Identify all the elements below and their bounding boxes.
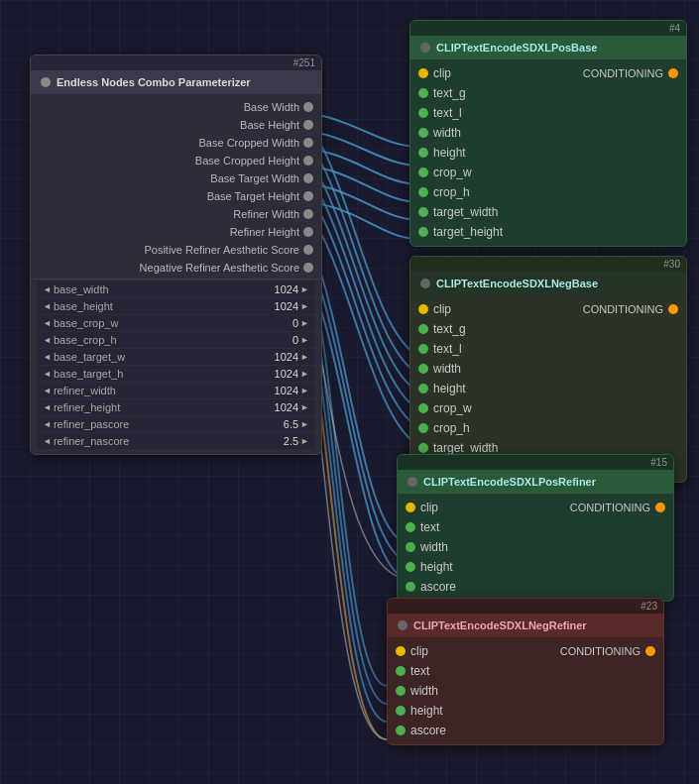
- input-refiner-width[interactable]: ◄ refiner_width 1024 ►: [37, 383, 315, 398]
- dot-text-g-4: [418, 88, 428, 98]
- dot-target-height-4: [418, 227, 428, 237]
- dot-conditioning-out-4: [668, 68, 678, 78]
- input-refiner-nascore[interactable]: ◄ refiner_nascore 2.5 ►: [37, 433, 315, 449]
- node-title-4: CLIPTextEncodeSDXLPosBase: [436, 42, 597, 54]
- arrow-right-base-target-w[interactable]: ►: [298, 352, 311, 362]
- arrow-left-base-crop-h[interactable]: ◄: [41, 335, 54, 345]
- port-ascore-23: ascore: [388, 721, 663, 740]
- clip-pos-base-node: #4 CLIPTextEncodeSDXLPosBase clip CONDIT…: [409, 20, 687, 247]
- arrow-left-base-width[interactable]: ◄: [41, 284, 54, 294]
- port-crop-h-4: crop_h: [410, 182, 686, 202]
- arrow-right-refiner-nascore[interactable]: ►: [298, 436, 311, 446]
- node-header-23: CLIPTextEncodeSDXLNegRefiner: [388, 614, 663, 637]
- dot-width-15: [406, 542, 415, 552]
- port-text-23: text: [388, 661, 663, 681]
- port-crop-w-30: crop_w: [410, 398, 686, 418]
- input-refiner-height[interactable]: ◄ refiner_height 1024 ►: [37, 399, 315, 415]
- dot-base-crop-h: [303, 156, 313, 166]
- arrow-right-refiner-width[interactable]: ►: [298, 386, 311, 395]
- dot-ascore-23: [396, 726, 406, 735]
- dot-text-l-30: [418, 344, 428, 354]
- dot-text-l-4: [418, 108, 428, 118]
- node-body-251: Base Width Base Height Base Cropped Widt…: [31, 94, 321, 454]
- node-id-30: #30: [410, 257, 686, 272]
- node-id-4: #4: [410, 21, 686, 36]
- node-header-251: Endless Nodes Combo Parameterizer: [31, 70, 321, 94]
- dot-height-23: [396, 706, 406, 716]
- arrow-left-base-crop-w[interactable]: ◄: [41, 318, 54, 328]
- port-target-width-4: target_width: [410, 202, 686, 222]
- dot-crop-w-30: [418, 403, 428, 413]
- dot-crop-h-4: [418, 187, 428, 197]
- port-clip-30: clip CONDITIONING: [410, 299, 686, 319]
- dot-width-23: [396, 686, 406, 696]
- input-refiner-pascore[interactable]: ◄ refiner_pascore 6.5 ►: [37, 416, 315, 432]
- port-text-15: text: [398, 517, 673, 537]
- dot-crop-w-4: [418, 168, 428, 177]
- param-refiner-height: Refiner Height: [31, 223, 321, 241]
- port-clip-15: clip CONDITIONING: [398, 498, 673, 517]
- clip-neg-base-node: #30 CLIPTextEncodeSDXLNegBase clip CONDI…: [409, 256, 687, 483]
- dot-height-4: [418, 148, 428, 158]
- port-text-l-30: text_l: [410, 339, 686, 359]
- input-base-crop-h[interactable]: ◄ base_crop_h 0 ►: [37, 332, 315, 348]
- dot-target-width-30: [418, 443, 428, 453]
- node-status-dot-4: [420, 43, 430, 53]
- node-status-dot-23: [398, 620, 408, 630]
- param-base-height: Base Height: [31, 116, 321, 134]
- arrow-right-base-target-h[interactable]: ►: [298, 369, 311, 379]
- input-base-height[interactable]: ◄ base_height 1024 ►: [37, 298, 315, 314]
- arrow-left-base-target-h[interactable]: ◄: [41, 369, 54, 379]
- dot-refiner-height: [303, 227, 313, 237]
- dot-text-15: [406, 522, 415, 532]
- arrow-left-refiner-width[interactable]: ◄: [41, 386, 54, 395]
- param-base-target-w: Base Target Width: [31, 169, 321, 187]
- param-base-crop-w: Base Cropped Width: [31, 134, 321, 152]
- node-header-4: CLIPTextEncodeSDXLPosBase: [410, 36, 686, 59]
- node-body-15: clip CONDITIONING text width height: [398, 494, 673, 601]
- arrow-right-base-height[interactable]: ►: [298, 301, 311, 311]
- input-base-width[interactable]: ◄ base_width 1024 ►: [37, 281, 315, 297]
- port-height-15: height: [398, 557, 673, 577]
- dot-target-width-4: [418, 207, 428, 217]
- dot-clip-in-4: [418, 68, 428, 78]
- node-title-251: Endless Nodes Combo Parameterizer: [57, 76, 251, 88]
- dot-height-15: [406, 562, 415, 572]
- arrow-right-base-crop-h[interactable]: ►: [298, 335, 311, 345]
- port-text-l-4: text_l: [410, 103, 686, 123]
- dot-conditioning-out-30: [668, 304, 678, 314]
- port-clip-4: clip CONDITIONING: [410, 63, 686, 83]
- node-body-23: clip CONDITIONING text width height: [388, 637, 663, 744]
- arrow-left-refiner-height[interactable]: ◄: [41, 402, 54, 412]
- dot-width-30: [418, 364, 428, 374]
- dot-pos-aesthetic: [303, 245, 313, 255]
- arrow-right-refiner-height[interactable]: ►: [298, 402, 311, 412]
- dot-base-target-h: [303, 191, 313, 201]
- port-target-height-4: target_height: [410, 222, 686, 242]
- arrow-left-base-height[interactable]: ◄: [41, 301, 54, 311]
- arrow-right-base-crop-w[interactable]: ►: [298, 318, 311, 328]
- param-base-crop-h: Base Cropped Height: [31, 152, 321, 169]
- arrow-left-refiner-pascore[interactable]: ◄: [41, 419, 54, 429]
- dot-clip-in-30: [418, 304, 428, 314]
- arrow-right-base-width[interactable]: ►: [298, 284, 311, 294]
- node-id-23: #23: [388, 599, 663, 614]
- param-pos-aesthetic: Positive Refiner Aesthetic Score: [31, 241, 321, 259]
- arrow-left-refiner-nascore[interactable]: ◄: [41, 436, 54, 446]
- input-base-target-w[interactable]: ◄ base_target_w 1024 ►: [37, 349, 315, 365]
- port-ascore-15: ascore: [398, 577, 673, 597]
- input-base-target-h[interactable]: ◄ base_target_h 1024 ►: [37, 366, 315, 382]
- clip-neg-refiner-node: #23 CLIPTextEncodeSDXLNegRefiner clip CO…: [387, 598, 664, 745]
- input-base-crop-w[interactable]: ◄ base_crop_w 0 ►: [37, 315, 315, 331]
- param-base-width: Base Width: [31, 98, 321, 116]
- port-crop-w-4: crop_w: [410, 163, 686, 182]
- node-title-15: CLIPTextEncodeSDXLPosRefiner: [423, 476, 596, 488]
- arrow-right-refiner-pascore[interactable]: ►: [298, 419, 311, 429]
- param-base-target-h: Base Target Height: [31, 187, 321, 205]
- dot-height-30: [418, 384, 428, 393]
- node-id-15: #15: [398, 455, 673, 470]
- dot-crop-h-30: [418, 423, 428, 433]
- port-height-30: height: [410, 379, 686, 398]
- arrow-left-base-target-w[interactable]: ◄: [41, 352, 54, 362]
- dot-text-23: [396, 666, 406, 676]
